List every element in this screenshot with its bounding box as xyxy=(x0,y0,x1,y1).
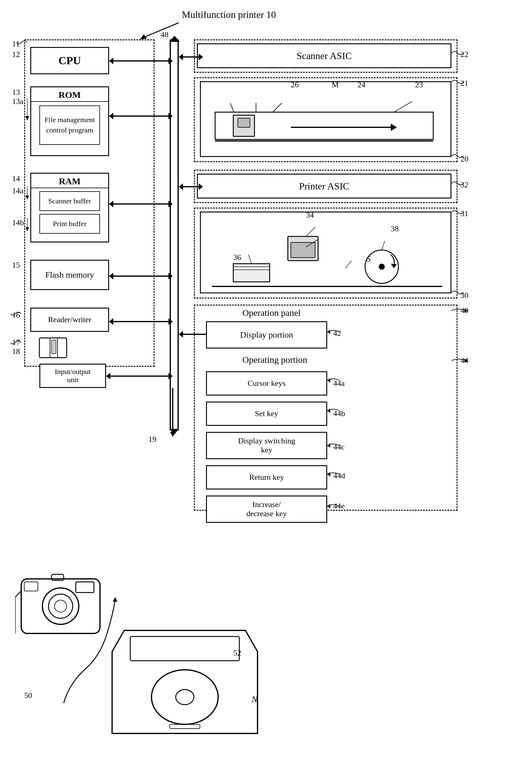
label-N: N xyxy=(251,694,257,705)
svg-point-65 xyxy=(43,588,79,624)
increase-decrease-key-box: Increase/ decrease key xyxy=(206,496,327,523)
scanner-buffer-label: Scanner buffer xyxy=(48,197,91,205)
label-24: 24 xyxy=(357,80,365,89)
bus-scanner-arrow xyxy=(179,53,203,61)
svg-marker-5 xyxy=(169,36,180,42)
flash-bus-arrow xyxy=(109,272,173,280)
label-48: 48 xyxy=(161,30,168,39)
svg-marker-17 xyxy=(168,273,173,279)
label-14: 14 xyxy=(12,174,20,183)
svg-marker-32 xyxy=(391,124,397,131)
svg-rect-70 xyxy=(24,582,38,591)
arrow-44b xyxy=(327,406,342,415)
svg-marker-21 xyxy=(106,373,110,379)
arrow-42 xyxy=(327,327,342,336)
wave-31 xyxy=(451,208,464,217)
arrow-44 xyxy=(451,356,470,365)
svg-marker-11 xyxy=(168,113,173,120)
set-key-box: Set key xyxy=(206,401,327,426)
scanner-asic-label: Scanner ASIC xyxy=(297,50,352,61)
diagram-title: Multifunction printer 10 xyxy=(182,9,276,20)
label-26: 26 xyxy=(291,80,299,89)
rom-box: ROM File management control program xyxy=(30,86,109,156)
arrow-44e xyxy=(327,501,342,511)
arrow-14b xyxy=(12,217,30,232)
svg-rect-42 xyxy=(291,242,315,258)
telephone-device-icon xyxy=(106,621,264,742)
arrow-44c xyxy=(327,441,342,450)
svg-rect-73 xyxy=(130,637,239,661)
scanner-illustration xyxy=(206,94,442,146)
svg-line-36 xyxy=(230,103,234,112)
label-50: 50 xyxy=(24,691,32,700)
bus-arrow-up xyxy=(169,36,180,42)
svg-marker-18 xyxy=(109,318,113,325)
operating-portion-label: Operating portion xyxy=(242,355,307,365)
arrow-44a xyxy=(327,376,342,385)
svg-marker-58 xyxy=(25,116,29,121)
flash-memory-label: Flash memory xyxy=(46,270,94,280)
svg-point-74 xyxy=(151,670,218,724)
wave-30 xyxy=(451,288,464,297)
diagram: Multifunction printer 10 48 11 12 CPU 13… xyxy=(0,0,532,758)
io-vertical-line xyxy=(168,388,177,436)
io-bus-arrow xyxy=(106,372,173,380)
label-13: 13 xyxy=(12,88,20,97)
label-12: 12 xyxy=(12,50,20,59)
svg-marker-60 xyxy=(25,195,29,199)
svg-line-34 xyxy=(273,103,282,112)
reader-bus-arrow xyxy=(109,318,173,326)
ram-bus-arrow xyxy=(109,200,173,208)
svg-marker-63 xyxy=(113,597,117,602)
svg-line-35 xyxy=(394,102,412,112)
rom-bus-arrow xyxy=(109,112,173,120)
svg-marker-15 xyxy=(109,273,113,279)
svg-marker-85 xyxy=(464,359,468,363)
print-buffer-label: Print buffer xyxy=(53,220,87,228)
svg-marker-86 xyxy=(464,309,468,313)
svg-line-51 xyxy=(249,255,251,264)
svg-line-49 xyxy=(306,227,315,236)
reader-writer-label: Reader/writer xyxy=(48,315,91,324)
svg-rect-64 xyxy=(21,579,100,634)
svg-marker-80 xyxy=(327,409,330,413)
svg-marker-62 xyxy=(25,227,29,231)
file-management-label: File management control program xyxy=(45,115,95,135)
svg-line-53 xyxy=(346,261,351,268)
wave-22 xyxy=(451,49,464,57)
cursor-keys-label: Cursor keys xyxy=(248,379,286,388)
svg-marker-84 xyxy=(327,330,330,334)
svg-marker-9 xyxy=(109,113,113,120)
camera-icon xyxy=(15,561,106,642)
printer-asic-label: Printer ASIC xyxy=(299,181,349,192)
svg-marker-24 xyxy=(179,53,183,60)
label-19: 19 xyxy=(149,435,156,444)
svg-marker-83 xyxy=(327,504,330,508)
set-key-label: Set key xyxy=(255,409,278,418)
card-reader-icon xyxy=(33,336,82,364)
rom-title: ROM xyxy=(31,87,108,102)
svg-marker-39 xyxy=(199,183,203,190)
arrow-44d xyxy=(327,470,342,479)
flash-memory-box: Flash memory xyxy=(30,260,109,290)
svg-marker-37 xyxy=(179,183,183,190)
bus-printer-arrow xyxy=(179,183,203,190)
io-box: Input/output unit xyxy=(39,364,106,388)
svg-marker-6 xyxy=(109,57,113,64)
wave-20 xyxy=(451,152,464,161)
arrow-40 xyxy=(451,306,470,315)
print-buffer-box: Print buffer xyxy=(39,214,100,234)
svg-point-66 xyxy=(49,594,73,618)
cpu-bus-arrow xyxy=(109,57,173,65)
scanner-asic-box: Scanner ASIC xyxy=(197,43,451,68)
main-bus xyxy=(170,39,179,431)
svg-marker-78 xyxy=(170,432,176,436)
return-key-box: Return key xyxy=(206,465,327,490)
wave-21 xyxy=(451,77,464,86)
svg-point-75 xyxy=(176,690,194,705)
svg-marker-12 xyxy=(109,201,113,207)
printer-asic-box: Printer ASIC xyxy=(197,174,451,198)
arrow-14a xyxy=(12,185,30,200)
wave-17 xyxy=(11,338,23,347)
svg-point-67 xyxy=(54,600,67,612)
